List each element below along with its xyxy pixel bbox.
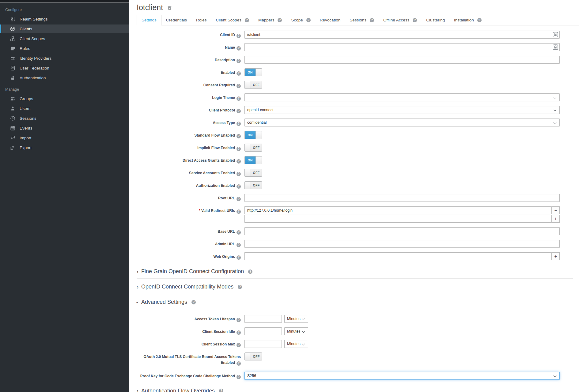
service-accounts-toggle[interactable]: OFF bbox=[244, 169, 262, 177]
help-icon[interactable]: ? bbox=[237, 243, 241, 247]
help-icon[interactable]: ? bbox=[237, 318, 241, 322]
implicit-flow-toggle[interactable]: OFF bbox=[244, 144, 262, 152]
access-type-select[interactable]: confidential bbox=[244, 119, 560, 126]
tab-settings[interactable]: Settings bbox=[137, 15, 161, 25]
client-session-max-unit-select[interactable]: Minutes bbox=[284, 340, 308, 348]
remove-redirect-uri-button[interactable]: − bbox=[551, 206, 560, 214]
client-id-input[interactable] bbox=[244, 31, 560, 39]
help-icon[interactable]: ? bbox=[237, 230, 241, 235]
help-icon[interactable]: ? bbox=[370, 18, 374, 22]
help-icon[interactable]: ? bbox=[237, 343, 241, 347]
sidebar-item-client-scopes[interactable]: Client Scopes bbox=[0, 34, 129, 43]
help-icon[interactable]: ? bbox=[278, 18, 282, 22]
description-input[interactable] bbox=[244, 56, 560, 64]
help-icon[interactable]: ? bbox=[477, 18, 482, 22]
section-openid-compatibility[interactable]: › OpenID Connect Compatibility Modes ? bbox=[137, 280, 573, 294]
pkce-code-challenge-select[interactable]: S256 bbox=[244, 372, 560, 380]
help-icon[interactable]: ? bbox=[237, 159, 241, 164]
authorization-toggle[interactable]: OFF bbox=[244, 181, 262, 189]
help-icon[interactable]: ? bbox=[237, 59, 241, 63]
access-token-lifespan-input[interactable] bbox=[244, 315, 282, 323]
redirect-uri-input[interactable] bbox=[244, 215, 551, 223]
delete-client-trash-icon[interactable] bbox=[167, 5, 172, 11]
sidebar-item-events[interactable]: Events bbox=[0, 124, 129, 132]
sidebar-item-import[interactable]: Import bbox=[0, 134, 129, 142]
section-fine-grain-openid[interactable]: › Fine Grain OpenID Connect Configuratio… bbox=[137, 265, 573, 279]
help-icon[interactable]: ? bbox=[237, 330, 241, 335]
sidebar-item-users[interactable]: Users bbox=[0, 104, 129, 113]
sidebar-item-identity-providers[interactable]: Identity Providers bbox=[0, 54, 129, 62]
help-icon[interactable]: ? bbox=[237, 96, 241, 101]
help-icon[interactable]: ? bbox=[413, 18, 417, 22]
sidebar-item-clients[interactable]: Clients bbox=[0, 24, 129, 33]
help-icon[interactable]: ? bbox=[238, 285, 242, 289]
help-icon[interactable]: ? bbox=[237, 147, 241, 151]
chevron-right-icon: › bbox=[137, 284, 138, 290]
tab-sessions[interactable]: Sessions? bbox=[345, 15, 379, 25]
sidebar-item-groups[interactable]: Groups bbox=[0, 94, 129, 103]
tab-credentials[interactable]: Credentials bbox=[161, 15, 191, 25]
section-authentication-flow-overrides[interactable]: › Authentication Flow Overrides ? bbox=[137, 384, 573, 392]
tab-roles[interactable]: Roles bbox=[191, 15, 211, 25]
help-icon[interactable]: ? bbox=[191, 300, 196, 304]
direct-access-grants-toggle[interactable]: ON bbox=[244, 156, 262, 164]
client-session-idle-input[interactable] bbox=[244, 327, 282, 335]
root-url-input[interactable] bbox=[244, 194, 560, 202]
help-icon[interactable]: ? bbox=[237, 209, 241, 214]
field-label: Web Origins bbox=[214, 254, 235, 259]
help-icon[interactable]: ? bbox=[237, 184, 241, 189]
sidebar-item-authentication[interactable]: Authentication bbox=[0, 74, 129, 82]
sidebar-item-export[interactable]: Export bbox=[0, 143, 129, 152]
tab-mappers[interactable]: Mappers? bbox=[254, 15, 287, 25]
base-url-input[interactable] bbox=[244, 227, 560, 235]
help-icon[interactable]: ? bbox=[237, 375, 241, 379]
client-protocol-select[interactable]: openid-connect bbox=[244, 106, 560, 114]
help-icon[interactable]: ? bbox=[237, 172, 241, 176]
consent-required-toggle[interactable]: OFF bbox=[244, 81, 262, 89]
enabled-toggle[interactable]: ON bbox=[244, 68, 262, 76]
web-origins-input[interactable] bbox=[244, 252, 551, 260]
sidebar-section-manage: Manage bbox=[5, 87, 129, 92]
help-icon[interactable]: ? bbox=[248, 270, 252, 274]
add-redirect-uri-button[interactable]: + bbox=[551, 215, 560, 223]
help-icon[interactable]: ? bbox=[237, 71, 241, 76]
field-label: Client Protocol bbox=[209, 108, 235, 112]
tab-client-scopes[interactable]: Client Scopes? bbox=[211, 15, 254, 25]
chevron-down-icon bbox=[302, 317, 305, 320]
password-manager-lock-icon[interactable] bbox=[553, 44, 558, 50]
client-session-max-input[interactable] bbox=[244, 340, 282, 348]
help-icon[interactable]: ? bbox=[237, 134, 241, 138]
tab-clustering[interactable]: Clustering bbox=[422, 15, 449, 25]
help-icon[interactable]: ? bbox=[306, 18, 311, 22]
help-icon[interactable]: ? bbox=[245, 18, 249, 22]
sidebar-item-realm-settings[interactable]: Realm Settings bbox=[0, 15, 129, 23]
sidebar-item-user-federation[interactable]: User Federation bbox=[0, 64, 129, 72]
redirect-uri-input[interactable] bbox=[244, 206, 551, 214]
help-icon[interactable]: ? bbox=[237, 46, 241, 51]
tab-offline-access[interactable]: Offline Access? bbox=[379, 15, 422, 25]
client-session-idle-unit-select[interactable]: Minutes bbox=[284, 327, 308, 335]
login-theme-select[interactable] bbox=[244, 93, 560, 101]
tab-scope[interactable]: Scope? bbox=[286, 15, 315, 25]
tab-revocation[interactable]: Revocation bbox=[315, 15, 345, 25]
name-input[interactable] bbox=[244, 43, 560, 51]
add-web-origin-button[interactable]: + bbox=[551, 252, 560, 260]
tab-installation[interactable]: Installation? bbox=[449, 15, 486, 25]
help-icon[interactable]: ? bbox=[219, 389, 223, 392]
sidebar-item-roles[interactable]: Roles bbox=[0, 44, 129, 53]
mtls-bound-tokens-toggle[interactable]: OFF bbox=[244, 352, 262, 360]
section-advanced-settings[interactable]: › Advanced Settings ? bbox=[137, 296, 573, 309]
help-icon[interactable]: ? bbox=[237, 122, 241, 126]
help-icon[interactable]: ? bbox=[237, 34, 241, 38]
clock-icon bbox=[10, 116, 15, 121]
help-icon[interactable]: ? bbox=[237, 197, 241, 201]
sidebar-item-sessions[interactable]: Sessions bbox=[0, 114, 129, 123]
standard-flow-toggle[interactable]: ON bbox=[244, 131, 262, 139]
help-icon[interactable]: ? bbox=[237, 109, 241, 113]
help-icon[interactable]: ? bbox=[237, 361, 241, 366]
help-icon[interactable]: ? bbox=[237, 84, 241, 88]
access-token-lifespan-unit-select[interactable]: Minutes bbox=[284, 315, 308, 323]
password-manager-lock-icon[interactable] bbox=[553, 32, 558, 37]
admin-url-input[interactable] bbox=[244, 240, 560, 248]
help-icon[interactable]: ? bbox=[237, 255, 241, 260]
